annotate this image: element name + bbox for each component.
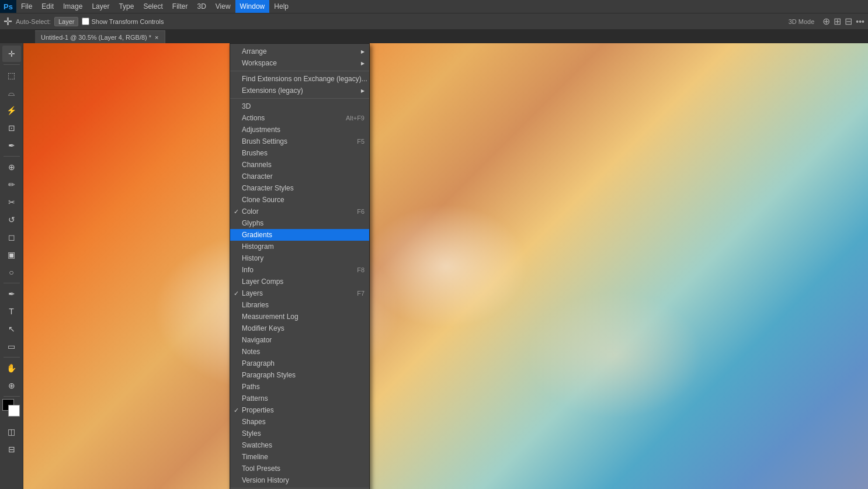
show-transform-checkbox[interactable] [82,18,89,25]
menu-item-extensions-legacy[interactable]: Extensions (legacy) [230,85,369,96]
canvas-image [23,43,868,489]
menu-item-histogram-label: Histogram [242,242,274,251]
menu-item-channels[interactable]: Channels [230,159,369,171]
menu-item-tool-presets[interactable]: Tool Presets [230,463,369,474]
menu-item-gradients[interactable]: Gradients [230,229,369,241]
menu-item-color[interactable]: ✓ Color F6 [230,206,369,217]
tab-close-icon[interactable]: × [155,34,158,41]
menu-item-modifier-keys[interactable]: Modifier Keys [230,322,369,334]
menu-edit[interactable]: Edit [37,0,58,13]
menu-item-version-history[interactable]: Version History [230,474,369,486]
menu-item-actions[interactable]: Actions Alt+F9 [230,112,369,124]
menu-item-styles[interactable]: Styles [230,428,369,439]
menu-filter[interactable]: Filter [168,0,193,13]
menu-layer[interactable]: Layer [87,0,114,13]
menu-item-properties-label: Properties [242,406,274,414]
tool-shape[interactable]: ▭ [2,338,21,355]
menu-item-histogram[interactable]: Histogram [230,241,369,252]
menu-item-navigator[interactable]: Navigator [230,334,369,346]
menu-item-libraries-label: Libraries [242,301,269,309]
distribute-icon[interactable]: ⊟ [845,16,852,27]
menu-item-paths[interactable]: Paths [230,381,369,393]
layer-dropdown[interactable]: Layer [54,17,79,26]
tool-clone[interactable]: ✂ [2,194,21,210]
menu-item-arrange[interactable]: Arrange [230,46,369,57]
menu-item-channels-label: Channels [242,161,272,169]
menu-item-actions-label: Actions [242,114,265,122]
menu-item-character[interactable]: Character [230,171,369,182]
tool-move[interactable]: ✛ [2,46,21,62]
menu-item-measurement-log[interactable]: Measurement Log [230,311,369,322]
tool-history-brush[interactable]: ↺ [2,211,21,228]
menu-item-layers[interactable]: ✓ Layers F7 [230,287,369,299]
menu-select[interactable]: Select [138,0,167,13]
tool-dodge[interactable]: ○ [2,264,21,280]
align-icon[interactable]: ⊞ [834,16,841,27]
menu-item-swatches-label: Swatches [242,441,272,449]
tool-type[interactable]: T [2,303,21,320]
show-transform-label: Show Transform Controls [91,18,164,25]
menu-item-3d[interactable]: 3D [230,100,369,112]
tool-gradient[interactable]: ▣ [2,247,21,263]
menu-image[interactable]: Image [58,0,87,13]
tool-eyedropper[interactable]: ✒ [2,137,21,154]
tool-path-select[interactable]: ↖ [2,321,21,337]
move-tool-icon[interactable]: ✛ [4,15,12,28]
screen-mode-btn[interactable]: ⊟ [2,441,21,457]
document-tab[interactable]: Untitled-1 @ 30.5% (Layer 4, RGB/8) * × [35,30,165,43]
menu-item-info[interactable]: Info F8 [230,264,369,276]
tool-marquee[interactable]: ⬚ [2,67,21,84]
menu-item-libraries[interactable]: Libraries [230,299,369,311]
menu-item-paragraph[interactable]: Paragraph [230,358,369,369]
extra-options-icon[interactable]: ••• [856,17,864,26]
menu-item-find-extensions-label: Find Extensions on Exchange (legacy)... [242,75,367,83]
menu-view[interactable]: View [211,0,235,13]
3d-mode-label[interactable]: 3D Mode [789,18,815,25]
menu-item-timeline-label: Timeline [242,453,268,461]
menu-item-properties[interactable]: ✓ Properties [230,404,369,416]
menu-item-patterns[interactable]: Patterns [230,393,369,404]
menu-item-history[interactable]: History [230,252,369,264]
menu-help[interactable]: Help [269,0,293,13]
menu-3d[interactable]: 3D [192,0,210,13]
tool-zoom[interactable]: ⊕ [2,377,21,394]
tool-pen[interactable]: ✒ [2,286,21,302]
menu-item-brushes[interactable]: Brushes [230,147,369,159]
menu-item-swatches[interactable]: Swatches [230,439,369,451]
menu-item-gradients-label: Gradients [242,231,272,239]
more-options-icon[interactable]: ⊕ [822,16,830,27]
background-color-swatch[interactable] [8,405,20,417]
menu-item-brush-settings-label: Brush Settings [242,137,287,145]
tool-healing[interactable]: ⊕ [2,159,21,175]
menu-item-modifier-keys-label: Modifier Keys [242,324,284,332]
menu-type[interactable]: Type [114,0,138,13]
menu-file[interactable]: File [16,0,37,13]
menu-item-brushes-label: Brushes [242,149,268,157]
toolbar-divider-3 [4,283,20,283]
toolbar-divider-1 [4,64,20,65]
quick-mask-btn[interactable]: ◫ [2,424,21,440]
menu-item-brush-settings[interactable]: Brush Settings F5 [230,136,369,147]
menu-item-extensions-legacy-label: Extensions (legacy) [242,86,303,95]
tool-quick-select[interactable]: ⚡ [2,102,21,119]
show-transform-option[interactable]: Show Transform Controls [82,18,164,25]
tool-eraser[interactable]: ◻ [2,229,21,245]
menu-item-character-styles[interactable]: Character Styles [230,182,369,194]
menu-item-timeline[interactable]: Timeline [230,451,369,463]
menu-item-adjustments[interactable]: Adjustments [230,124,369,136]
menu-item-measurement-log-label: Measurement Log [242,313,298,321]
menu-item-workspace[interactable]: Workspace [230,57,369,69]
menu-item-layer-comps[interactable]: Layer Comps [230,276,369,287]
tool-brush[interactable]: ✏ [2,176,21,193]
menu-item-glyphs[interactable]: Glyphs [230,217,369,229]
tool-hand[interactable]: ✋ [2,360,21,376]
menu-item-clone-source[interactable]: Clone Source [230,194,369,206]
menu-item-shapes[interactable]: Shapes [230,416,369,428]
menu-item-paragraph-styles[interactable]: Paragraph Styles [230,369,369,381]
menu-item-notes[interactable]: Notes [230,346,369,358]
menu-item-paths-label: Paths [242,383,260,391]
tool-lasso[interactable]: ⌓ [2,85,21,101]
menu-window[interactable]: Window [235,0,270,13]
menu-item-find-extensions[interactable]: Find Extensions on Exchange (legacy)... [230,73,369,85]
tool-crop[interactable]: ⊡ [2,120,21,136]
